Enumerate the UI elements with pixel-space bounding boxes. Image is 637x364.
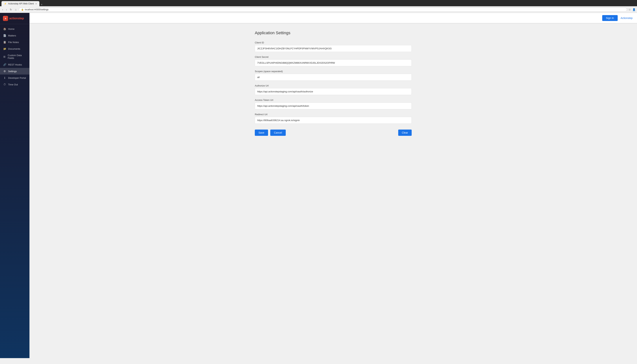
profile-icon[interactable]: 👤 (632, 8, 635, 11)
tab-close-button[interactable]: ✕ (35, 3, 37, 5)
forward-button[interactable]: › (5, 8, 8, 12)
refresh-button[interactable]: ↻ (9, 8, 13, 12)
sidebar-item-label: File Notes (8, 41, 19, 44)
authorize-url-group: Authorize Url (255, 84, 412, 95)
sidebar-item-settings[interactable]: ⚙ Settings (0, 68, 30, 74)
client-id-group: Client ID (255, 41, 412, 52)
logo-text-b: step (18, 17, 24, 20)
redirect-url-label: Redirect Url (255, 113, 412, 116)
file-notes-icon: 📋 (3, 41, 6, 44)
sidebar-item-label: Matters (8, 34, 16, 37)
sidebar-item-matters[interactable]: 📄 Matters (0, 32, 30, 39)
sidebar-item-label: REST Hooks (8, 63, 22, 66)
app-layout: a actionstep 🏠 Home 📄 Matters 📋 File Not… (0, 13, 637, 358)
sidebar-nav: 🏠 Home 📄 Matters 📋 File Notes 📁 Document… (0, 24, 30, 358)
client-secret-group: Client Secret (255, 56, 412, 66)
actionstep-link[interactable]: Actionstep (620, 16, 632, 20)
tab-bar: ⚡ Actionstep API Web Client ✕ + (0, 0, 637, 6)
settings-icon: ⚙ (3, 70, 6, 73)
page-title: Application Settings (255, 30, 412, 35)
tab-favicon: ⚡ (4, 2, 7, 5)
scopes-group: Scopes (space separated) (255, 70, 412, 80)
redirect-url-input[interactable] (255, 117, 412, 124)
sidebar-item-file-notes[interactable]: 📋 File Notes (0, 39, 30, 46)
scopes-label: Scopes (space separated) (255, 70, 412, 73)
content-wrapper: Application Settings Client ID Client Se… (250, 23, 416, 143)
sidebar-item-label: Documents (8, 48, 20, 50)
tab-title: Actionstep API Web Client (8, 2, 34, 5)
client-secret-input[interactable] (255, 60, 412, 66)
main-content: Application Settings Client ID Client Se… (30, 23, 637, 358)
redirect-url-group: Redirect Url (255, 113, 412, 124)
time-out-icon: ⏱ (3, 83, 6, 86)
sidebar-item-label: Custom Data Fields (8, 54, 27, 60)
active-tab[interactable]: ⚡ Actionstep API Web Client ✕ (2, 1, 40, 6)
browser-actions: ☆ 👤 (628, 8, 635, 11)
sidebar-item-custom-data-fields[interactable]: ⊞ Custom Data Fields (0, 52, 30, 61)
back-button[interactable]: ‹ (2, 8, 4, 12)
logo-area: a actionstep (0, 13, 30, 24)
url-text: localhost:44300/settings (25, 8, 49, 11)
matters-icon: 📄 (3, 34, 6, 37)
clear-button[interactable]: Clear (398, 130, 412, 136)
sidebar-item-documents[interactable]: 📁 Documents (0, 46, 30, 52)
access-token-url-input[interactable] (255, 102, 412, 109)
top-bar-actions: Sign In Actionstep (602, 15, 632, 21)
client-id-input[interactable] (255, 45, 412, 52)
sidebar: a actionstep 🏠 Home 📄 Matters 📋 File Not… (0, 13, 30, 358)
url-bar[interactable]: 🔒 localhost:44300/settings (19, 8, 627, 12)
sign-in-button[interactable]: Sign In (602, 15, 618, 21)
sidebar-item-label: Time Out (8, 83, 18, 86)
sidebar-item-time-out[interactable]: ⏱ Time Out (0, 81, 30, 88)
developer-portal-icon: ℹ (3, 76, 6, 79)
new-tab-button[interactable]: + (40, 3, 44, 6)
logo-text: actionstep (9, 17, 24, 20)
scopes-input[interactable] (255, 74, 412, 80)
top-bar: Sign In Actionstep (30, 13, 637, 23)
lock-icon: 🔒 (21, 8, 24, 11)
sidebar-item-label: Home (8, 28, 15, 30)
custom-data-fields-icon: ⊞ (3, 55, 6, 58)
button-row: Save Cancel Clear (255, 130, 412, 136)
rest-hooks-icon: 🔗 (3, 63, 6, 66)
authorize-url-label: Authorize Url (255, 84, 412, 87)
client-secret-label: Client Secret (255, 56, 412, 58)
save-button[interactable]: Save (255, 130, 268, 136)
logo-text-a: action (9, 17, 18, 20)
documents-icon: 📁 (3, 47, 6, 50)
sidebar-item-label: Settings (8, 70, 17, 73)
app-with-topbar: Sign In Actionstep Application Settings … (30, 13, 637, 358)
home-button[interactable]: ⌂ (14, 8, 17, 12)
authorize-url-input[interactable] (255, 88, 412, 95)
cancel-button[interactable]: Cancel (270, 130, 286, 136)
logo: a actionstep (3, 16, 27, 21)
logo-icon: a (3, 16, 8, 21)
sidebar-item-label: Developer Portal (8, 76, 26, 79)
address-bar-row: ‹ › ↻ ⌂ 🔒 localhost:44300/settings ☆ 👤 (0, 6, 637, 13)
sidebar-item-rest-hooks[interactable]: 🔗 REST Hooks (0, 61, 30, 68)
client-id-label: Client ID (255, 41, 412, 44)
access-token-url-group: Access Token Url (255, 99, 412, 109)
home-icon: 🏠 (3, 28, 6, 30)
access-token-url-label: Access Token Url (255, 99, 412, 102)
sidebar-item-home[interactable]: 🏠 Home (0, 26, 30, 32)
sidebar-item-developer-portal[interactable]: ℹ Developer Portal (0, 74, 30, 81)
bookmark-icon[interactable]: ☆ (628, 8, 631, 11)
